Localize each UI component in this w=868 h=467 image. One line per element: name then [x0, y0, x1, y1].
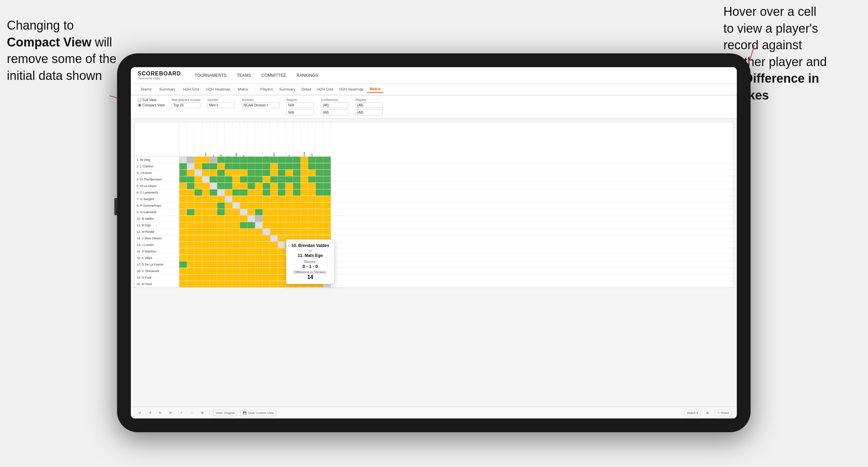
list-item[interactable]: [202, 157, 210, 163]
list-item[interactable]: [248, 176, 255, 183]
list-item[interactable]: [232, 183, 240, 189]
list-item[interactable]: [270, 261, 278, 268]
list-item[interactable]: [255, 261, 263, 268]
list-item[interactable]: [301, 203, 308, 209]
list-item[interactable]: [232, 176, 240, 183]
list-item[interactable]: [232, 170, 240, 176]
list-item[interactable]: [232, 163, 240, 169]
list-item[interactable]: [263, 274, 270, 281]
list-item[interactable]: [225, 281, 232, 287]
list-item[interactable]: [232, 196, 240, 202]
list-item[interactable]: [225, 242, 232, 248]
list-item[interactable]: [263, 203, 270, 209]
list-item[interactable]: [179, 203, 187, 209]
list-item[interactable]: [232, 209, 240, 215]
list-item[interactable]: [202, 274, 210, 281]
list-item[interactable]: [323, 163, 331, 169]
list-item[interactable]: [187, 222, 195, 228]
list-item[interactable]: [187, 209, 195, 215]
list-item[interactable]: [225, 189, 232, 196]
view-original-btn[interactable]: View: Original: [213, 410, 237, 416]
list-item[interactable]: [187, 170, 195, 176]
list-item[interactable]: [263, 281, 270, 287]
list-item[interactable]: [195, 274, 202, 281]
list-item[interactable]: [263, 222, 270, 228]
sub-nav-h2h-grid2[interactable]: H2H Grid: [315, 86, 336, 93]
list-item[interactable]: [187, 157, 195, 163]
list-item[interactable]: [225, 176, 232, 183]
list-item[interactable]: [278, 176, 285, 183]
list-item[interactable]: [248, 216, 255, 222]
list-item[interactable]: [248, 281, 255, 287]
list-item[interactable]: [187, 261, 195, 268]
list-item[interactable]: [232, 248, 240, 255]
list-item[interactable]: [187, 163, 195, 169]
list-item[interactable]: [195, 261, 202, 268]
list-item[interactable]: [195, 157, 202, 163]
list-item[interactable]: [232, 157, 240, 163]
list-item[interactable]: [217, 189, 225, 196]
list-item[interactable]: [278, 170, 285, 176]
list-item[interactable]: [255, 163, 263, 169]
list-item[interactable]: [179, 183, 187, 189]
list-item[interactable]: [225, 216, 232, 222]
list-item[interactable]: [278, 242, 285, 248]
list-item[interactable]: [210, 183, 217, 189]
list-item[interactable]: [248, 261, 255, 268]
sub-nav-h2h-heatmap2[interactable]: H2H Heatmap: [337, 86, 366, 93]
list-item[interactable]: [210, 268, 217, 274]
list-item[interactable]: [263, 209, 270, 215]
watch-btn[interactable]: Watch ▾: [684, 410, 701, 416]
list-item[interactable]: [179, 235, 187, 241]
list-item[interactable]: [263, 216, 270, 222]
list-item[interactable]: [232, 203, 240, 209]
list-item[interactable]: [202, 242, 210, 248]
list-item[interactable]: [202, 216, 210, 222]
list-item[interactable]: [278, 216, 285, 222]
list-item[interactable]: [179, 242, 187, 248]
list-item[interactable]: [217, 222, 225, 228]
list-item[interactable]: [248, 242, 255, 248]
list-item[interactable]: [323, 209, 331, 215]
list-item[interactable]: [293, 196, 301, 202]
list-item[interactable]: [255, 189, 263, 196]
list-item[interactable]: [187, 189, 195, 196]
list-item[interactable]: [179, 248, 187, 255]
list-item[interactable]: [255, 203, 263, 209]
list-item[interactable]: [225, 274, 232, 281]
list-item[interactable]: [255, 274, 263, 281]
list-item[interactable]: [270, 189, 278, 196]
list-item[interactable]: [248, 209, 255, 215]
list-item[interactable]: [217, 255, 225, 261]
list-item[interactable]: [270, 163, 278, 169]
list-item[interactable]: [179, 209, 187, 215]
list-item[interactable]: [195, 189, 202, 196]
list-item[interactable]: [225, 170, 232, 176]
list-item[interactable]: [263, 268, 270, 274]
list-item[interactable]: [202, 196, 210, 202]
list-item[interactable]: [255, 209, 263, 215]
list-item[interactable]: [301, 209, 308, 215]
list-item[interactable]: [308, 189, 316, 196]
list-item[interactable]: [240, 222, 248, 228]
list-item[interactable]: [285, 222, 293, 228]
list-item[interactable]: [225, 222, 232, 228]
sub-nav-matrix2[interactable]: Matrix: [367, 85, 383, 93]
list-item[interactable]: [278, 255, 285, 261]
list-item[interactable]: [195, 183, 202, 189]
list-item[interactable]: [217, 209, 225, 215]
list-item[interactable]: [240, 196, 248, 202]
compact-view-option[interactable]: Compact View: [138, 103, 165, 107]
list-item[interactable]: [225, 255, 232, 261]
list-item[interactable]: [308, 222, 316, 228]
list-item[interactable]: [240, 176, 248, 183]
list-item[interactable]: [232, 268, 240, 274]
list-item[interactable]: [293, 222, 301, 228]
list-item[interactable]: [255, 281, 263, 287]
list-item[interactable]: [225, 248, 232, 255]
list-item[interactable]: [240, 170, 248, 176]
list-item[interactable]: [202, 235, 210, 241]
list-item[interactable]: [255, 242, 263, 248]
list-item[interactable]: [316, 203, 323, 209]
list-item[interactable]: [255, 222, 263, 228]
